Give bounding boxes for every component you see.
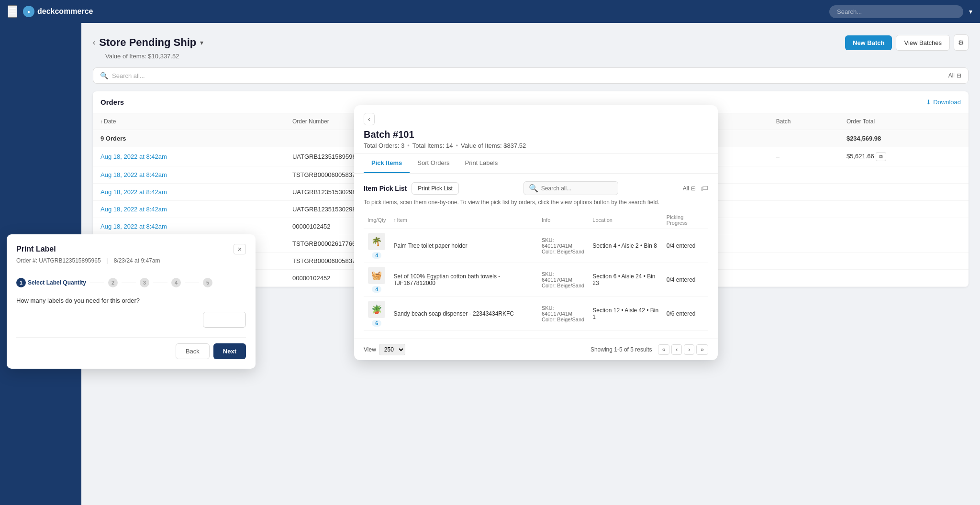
batch-back-button[interactable]: ‹ [364,113,375,125]
step-indicator: 1 Select Label Quantity 2 3 4 5 [16,278,246,287]
batch-footer: View 250 100 50 Showing 1-5 of 5 results… [354,339,718,360]
batch-total-items: Total Items: 14 [412,142,453,149]
step-3: 3 [140,278,149,287]
item-sku-1: SKU: 640117041M [542,237,585,249]
summary-count: 9 Orders [93,130,285,147]
pick-search-bar: 🔍 [523,181,618,195]
order-date-link-4[interactable]: Aug 18, 2022 at 8:42am [100,206,167,213]
modal-header: Print Label × [16,244,246,254]
search-icon: 🔍 [100,72,108,79]
back-button[interactable]: ‹ [93,38,95,47]
header-actions: New Batch View Batches ⚙ [845,34,969,51]
print-pick-list-button[interactable]: Print Pick List [412,182,459,195]
step-4-num: 4 [171,278,181,287]
item-name-3: Sandy beach soap dispenser - 22343434RKF… [390,297,538,331]
view-batches-button[interactable]: View Batches [896,35,950,51]
pick-search-icon: 🔍 [529,184,538,193]
order-date-link-2[interactable]: Aug 18, 2022 at 8:42am [100,171,167,178]
col-total: Order Total [839,113,969,130]
step-connector-1 [90,283,104,283]
item-image-2: 🧺 [368,267,385,284]
app-logo: ● deckcommerce [23,6,93,17]
item-color-2: Color: Beige/Sand [542,283,585,288]
item-qty-3: 6 [372,320,381,327]
copy-button-1[interactable]: ⧉ [876,152,886,161]
item-name-1: Palm Tree toilet paper holder [390,229,538,263]
pick-search-input[interactable] [541,185,613,192]
modal-close-button[interactable]: × [234,244,246,254]
view-label: View [364,346,376,353]
global-search-input[interactable] [829,5,963,18]
item-location-3: Section 12 • Aisle 42 • Bin 1 [589,297,662,331]
order-date-link-3[interactable]: Aug 18, 2022 at 8:42am [100,188,167,196]
step-5: 5 [203,278,212,287]
pick-item-row-3: 🪴 6 Sandy beach soap dispenser - 2234343… [364,297,708,331]
prev-page-button[interactable]: ‹ [671,344,682,355]
pick-list-header: Item Pick List Print Pick List 🔍 All ⊟ 🏷 [364,181,708,195]
modal-meta: Order #: UATGRB123515895965 | 8/23/24 at… [16,257,246,270]
pagination: Showing 1-5 of 5 results « ‹ › » [590,344,708,355]
modal-back-button[interactable]: Back [176,343,210,359]
pick-filter-icon: ⊟ [691,185,696,192]
download-button[interactable]: ⬇ Download [926,99,961,106]
filter-button[interactable]: All ⊟ [948,72,961,79]
filter-icon: ⊟ [957,72,961,79]
item-sku-2: SKU: 640117041M [542,271,585,283]
title-dropdown-icon[interactable]: ▾ [200,39,203,46]
last-page-button[interactable]: » [696,344,708,355]
item-qty-1: 4 [372,252,381,259]
item-sku-3: SKU: 640117041M [542,305,585,317]
summary-total: $234,569.98 [839,130,969,147]
hamburger-menu-button[interactable]: ☰ [8,5,17,18]
modal-footer: Back Next [16,337,246,359]
page-title: Store Pending Ship [99,36,196,49]
order-date-link-5[interactable]: Aug 18, 2022 at 8:42am [100,223,167,230]
modal-title: Print Label [16,245,56,253]
step-1-num: 1 [16,278,26,287]
item-image-1: 🌴 [368,233,385,250]
pick-item-row-2: 🧺 4 Set of 100% Egyptian cotton bath tow… [364,263,708,297]
order-date-link-1[interactable]: Aug 18, 2022 at 8:42am [100,153,167,160]
next-page-button[interactable]: › [684,344,694,355]
modal-next-button[interactable]: Next [213,343,246,359]
download-icon: ⬇ [926,99,931,106]
first-page-button[interactable]: « [658,344,670,355]
item-progress-3: 0/6 entered [663,297,708,331]
col-batch: Batch [768,113,839,130]
item-image-3: 🪴 [368,301,385,318]
batch-title: Batch #101 [364,129,708,140]
batch-1: – [768,147,839,166]
col-progress: Picking Progress [663,211,708,229]
item-color-3: Color: Beige/Sand [542,317,585,322]
settings-button[interactable]: ⚙ [954,34,969,51]
qty-input[interactable] [203,312,246,327]
step-connector-3 [153,283,167,283]
print-label-modal: Print Label × Order #: UATGRB12351589596… [7,234,256,369]
batch-meta: Total Orders: 3 • Total Items: 14 • Valu… [364,142,708,149]
page-subtitle: Value of Items: $10,337.52 [105,53,969,60]
view-select[interactable]: 250 100 50 [379,344,405,355]
item-location-1: Section 4 • Aisle 2 • Bin 8 [589,229,662,263]
orders-title: Orders [100,98,124,106]
logo-text: deckcommerce [37,7,93,16]
new-batch-button[interactable]: New Batch [845,35,892,50]
top-navigation: ☰ ● deckcommerce ▾ [0,0,980,23]
search-bar: 🔍 All ⊟ [93,67,969,84]
step-2: 2 [108,278,118,287]
col-date[interactable]: ↑Date [93,113,285,130]
tab-sort-orders[interactable]: Sort Orders [410,154,457,173]
page-title-area: ‹ Store Pending Ship ▾ [93,36,203,49]
step-connector-4 [185,283,199,283]
orders-search-input[interactable] [112,72,945,79]
qty-field: ▲ ▼ [203,312,246,328]
step-1: 1 Select Label Quantity [16,278,86,287]
tab-pick-items[interactable]: Pick Items [364,154,410,173]
tag-button[interactable]: 🏷 [701,184,708,193]
batch-panel: ‹ Batch #101 Total Orders: 3 • Total Ite… [354,105,718,360]
step-1-label: Select Label Quantity [28,279,86,286]
batch-body: Item Pick List Print Pick List 🔍 All ⊟ 🏷… [354,174,718,339]
batch-panel-header: ‹ Batch #101 Total Orders: 3 • Total Ite… [354,105,718,154]
tab-print-labels[interactable]: Print Labels [457,154,506,173]
pick-filter-button[interactable]: All ⊟ [683,185,696,192]
pick-list-title: Item Pick List [364,185,407,192]
